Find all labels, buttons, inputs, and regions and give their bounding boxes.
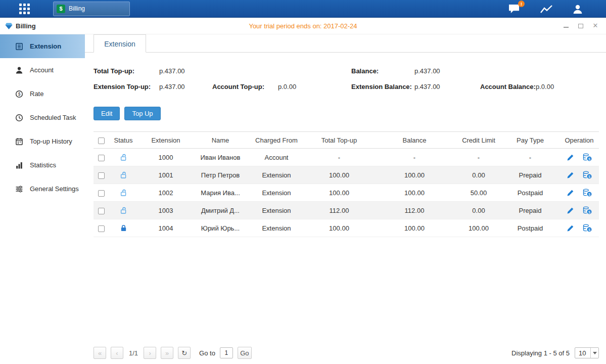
pagination-bar: « ‹ 1/1 › » ↻ Go to Go Displaying 1 - 5 … — [94, 345, 599, 360]
svg-text:$: $ — [588, 210, 590, 214]
action-buttons: Edit Top Up — [85, 95, 606, 120]
charged-from-cell: Account — [247, 149, 306, 166]
sidebar-item-label: Scheduled Task — [30, 114, 76, 121]
user-icon[interactable] — [572, 4, 583, 15]
edit-icon[interactable] — [567, 154, 574, 161]
sidebar: Extension Account $ Rate Scheduled Task … — [0, 34, 85, 364]
extension-topup-label: Extension Top-up: — [94, 83, 159, 90]
edit-button[interactable]: Edit — [94, 107, 120, 120]
row-select-checkbox[interactable] — [98, 155, 105, 161]
displaying-text: Displaying 1 - 5 of 5 — [511, 349, 570, 357]
apps-grid-icon[interactable] — [19, 4, 30, 14]
topup-icon[interactable]: $ — [583, 189, 592, 197]
name-cell: Юрий Юрь... — [194, 219, 247, 237]
sidebar-item-extension[interactable]: Extension — [0, 34, 85, 58]
column-header-name: Name — [194, 132, 247, 149]
chat-icon[interactable]: ! — [508, 4, 521, 14]
credit-limit-cell: 50.00 — [456, 184, 501, 202]
topup-icon[interactable]: $ — [583, 153, 592, 161]
extension-icon — [15, 42, 23, 51]
sidebar-item-general-settings[interactable]: General Settings — [0, 177, 85, 201]
go-button[interactable]: Go — [238, 347, 252, 359]
name-cell: Иван Иванов — [194, 149, 247, 166]
pay-type-cell: Prepaid — [501, 202, 560, 219]
topup-icon[interactable]: $ — [583, 206, 592, 214]
last-page-button[interactable]: » — [161, 347, 173, 359]
column-header-charged-from: Charged From — [247, 132, 306, 149]
system-topbar: $ Billing ! — [0, 0, 606, 18]
column-header-credit-limit: Credit Limit — [456, 132, 501, 149]
page-size-select[interactable]: 10 — [575, 347, 599, 358]
close-icon[interactable]: ✕ — [592, 22, 599, 29]
column-header-extension: Extension — [138, 132, 194, 149]
edit-icon[interactable] — [567, 171, 574, 179]
pay-type-cell: Postpaid — [501, 219, 560, 237]
total-topup-cell: 112.00 — [306, 202, 372, 219]
taskbar-item-billing[interactable]: $ Billing — [53, 2, 130, 16]
extension-cell: 1002 — [138, 184, 194, 202]
total-topup-cell: 100.00 — [306, 184, 372, 202]
minimize-button[interactable] — [563, 22, 570, 29]
total-topup-cell: 100.00 — [306, 219, 372, 237]
sidebar-item-label: Statistics — [30, 161, 56, 169]
select-all-checkbox[interactable] — [98, 138, 105, 144]
row-select-checkbox[interactable] — [98, 208, 105, 214]
sidebar-item-scheduled-task[interactable]: Scheduled Task — [0, 106, 85, 129]
lock-open-icon — [120, 153, 127, 161]
total-topup-cell: 100.00 — [306, 166, 372, 184]
edit-icon[interactable] — [567, 224, 574, 232]
sidebar-item-rate[interactable]: $ Rate — [0, 82, 85, 106]
taskbar-item-label: Billing — [69, 5, 85, 12]
lock-open-icon — [120, 171, 127, 179]
name-cell: Петр Петров — [194, 166, 247, 184]
topup-icon[interactable]: $ — [583, 224, 592, 232]
topup-icon[interactable]: $ — [583, 171, 592, 179]
chart-icon[interactable] — [540, 4, 553, 14]
column-header-total-topup: Total Top-up — [306, 132, 372, 149]
balance-cell: 100.00 — [372, 219, 456, 237]
column-header-pay-type: Pay Type — [501, 132, 560, 149]
trial-notice: Your trial period ends on: 2017-02-24 — [249, 22, 357, 30]
column-header-status: Status — [109, 132, 138, 149]
sidebar-item-topup-history[interactable]: Top-up History — [0, 129, 85, 153]
pay-type-cell: Prepaid — [501, 166, 560, 184]
account-topup-value: p.0.00 — [278, 83, 296, 90]
svg-text:$: $ — [588, 157, 590, 161]
credit-limit-cell: 0.00 — [456, 166, 501, 184]
first-page-button[interactable]: « — [94, 347, 106, 359]
column-header-balance: Balance — [372, 132, 456, 149]
account-balance-label: Account Balance: — [480, 83, 536, 90]
edit-icon[interactable] — [567, 207, 574, 214]
clock-icon — [15, 114, 23, 122]
balance-label: Balance: — [351, 67, 414, 75]
select-all-header — [94, 132, 109, 149]
maximize-button[interactable] — [577, 22, 584, 29]
name-cell: Дмитрий Д... — [194, 202, 247, 219]
prev-page-button[interactable]: ‹ — [111, 347, 123, 359]
extension-cell: 1003 — [138, 202, 194, 219]
goto-page-input[interactable] — [220, 347, 233, 358]
refresh-icon[interactable]: ↻ — [178, 347, 191, 359]
billing-diamond-icon — [5, 22, 13, 30]
svg-text:$: $ — [588, 228, 590, 232]
pay-type-cell: Postpaid — [501, 184, 560, 202]
row-select-checkbox[interactable] — [98, 190, 105, 197]
table-row: 1001 Петр Петров Extension 100.00 100.00… — [94, 166, 599, 184]
account-topup-label: Account Top-up: — [212, 83, 278, 90]
account-icon — [15, 66, 23, 74]
edit-icon[interactable] — [567, 189, 574, 197]
extension-cell: 1000 — [138, 149, 194, 166]
balance-cell: 100.00 — [372, 184, 456, 202]
sidebar-item-account[interactable]: Account — [0, 58, 85, 82]
extensions-table: Status Extension Name Charged From Total… — [94, 131, 599, 237]
row-select-checkbox[interactable] — [98, 225, 105, 232]
tab-bar: Extension — [85, 34, 606, 53]
top-up-button[interactable]: Top Up — [124, 107, 160, 120]
sidebar-item-statistics[interactable]: Statistics — [0, 153, 85, 177]
next-page-button[interactable]: › — [144, 347, 156, 359]
tab-extension[interactable]: Extension — [94, 34, 146, 53]
lock-closed-icon — [120, 224, 127, 232]
total-topup-label: Total Top-up: — [94, 67, 159, 75]
row-select-checkbox[interactable] — [98, 172, 105, 179]
chevron-down-icon — [590, 348, 598, 358]
